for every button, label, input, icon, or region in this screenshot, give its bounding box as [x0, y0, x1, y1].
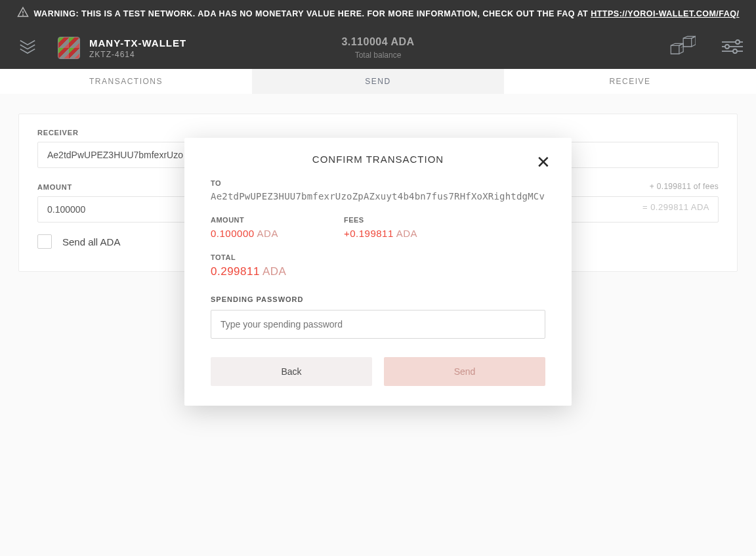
modal-fees-label: FEES: [344, 216, 417, 224]
modal-overlay: CONFIRM TRANSACTION ✕ TO Ae2tdPwUPEZ3HUU…: [0, 0, 756, 556]
to-address: Ae2tdPwUPEZ3HUU7bmfexrUzoZpAZxuyt4b4bn7f…: [211, 191, 545, 202]
modal-amount-value: 0.100000ADA: [211, 228, 278, 239]
modal-amount-label: AMOUNT: [211, 216, 278, 224]
to-label: TO: [211, 179, 545, 187]
modal-total-value: 0.299811ADA: [211, 265, 545, 278]
send-button[interactable]: Send: [384, 357, 545, 386]
close-icon[interactable]: ✕: [536, 152, 551, 173]
modal-title: CONFIRM TRANSACTION: [204, 154, 552, 165]
back-button[interactable]: Back: [211, 357, 372, 386]
modal-total-label: TOTAL: [211, 253, 545, 261]
confirm-transaction-modal: CONFIRM TRANSACTION ✕ TO Ae2tdPwUPEZ3HUU…: [184, 138, 572, 406]
spending-password-label: SPENDING PASSWORD: [211, 295, 545, 303]
spending-password-input[interactable]: [211, 310, 545, 339]
modal-fees-value: +0.199811ADA: [344, 228, 417, 239]
